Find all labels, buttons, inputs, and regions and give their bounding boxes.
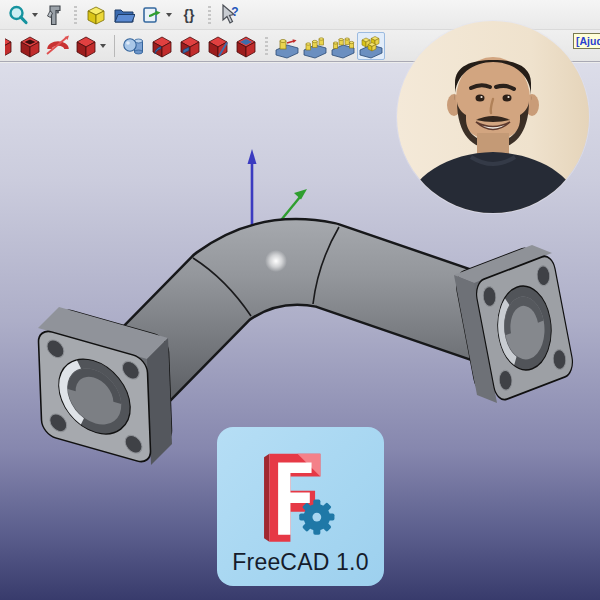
revolution-button[interactable] [44, 32, 72, 60]
toolbar-handle[interactable] [208, 6, 211, 24]
cursor-question-icon: ? [218, 3, 242, 27]
export-button[interactable] [138, 1, 166, 29]
boolean-dropdown-arrow[interactable] [100, 44, 106, 48]
export-dropdown-arrow[interactable] [166, 13, 172, 17]
revolution-icon [45, 33, 71, 59]
pocket-button[interactable] [16, 32, 44, 60]
freecad-badge: FreeCAD 1.0 [217, 427, 384, 586]
macro-button[interactable]: {} [175, 1, 203, 29]
polar-pattern-icon [330, 33, 356, 59]
magnifier-icon [7, 4, 29, 26]
zoom-tool-button[interactable] [4, 1, 32, 29]
specular-highlight [265, 250, 287, 272]
fillet-button[interactable] [148, 32, 176, 60]
export-arrow-icon [141, 4, 163, 26]
presenter-portrait [397, 21, 589, 213]
badge-label: FreeCAD 1.0 [232, 549, 368, 576]
primitives-button[interactable] [120, 32, 148, 60]
toolbar-handle[interactable] [265, 37, 268, 55]
toolbar-handle[interactable] [74, 6, 77, 24]
multitransform-button[interactable] [357, 32, 385, 60]
toolbar-separator [114, 35, 115, 57]
open-folder-button[interactable] [110, 1, 138, 29]
whats-this-button[interactable]: ? [216, 1, 244, 29]
linear-pattern-icon [302, 33, 328, 59]
zoom-dropdown-arrow[interactable] [32, 13, 38, 17]
thickness-icon [233, 33, 259, 59]
draft-icon [205, 33, 231, 59]
chamfer-button[interactable] [176, 32, 204, 60]
pipe-body [115, 227, 495, 396]
webcam-overlay [397, 21, 589, 213]
help-tooltip: [Ajuda [573, 33, 600, 49]
new-part-button[interactable] [82, 1, 110, 29]
sphere-cylinder-icon [121, 33, 147, 59]
boolean-cube-button[interactable] [72, 32, 100, 60]
yellow-part-icon [85, 4, 107, 26]
chamfer-icon [177, 33, 203, 59]
question-glyph: ? [231, 5, 238, 19]
draft-button[interactable] [204, 32, 232, 60]
braces-icon: {} [178, 4, 200, 26]
red-cube-icon [73, 33, 99, 59]
linear-pattern-button[interactable] [301, 32, 329, 60]
multitransform-icon [358, 33, 384, 59]
braces-glyph: {} [184, 7, 195, 23]
caliper-icon [44, 4, 66, 26]
thickness-button[interactable] [232, 32, 260, 60]
pocket-icon [17, 33, 43, 59]
pad-icon [4, 33, 15, 59]
folder-icon [113, 4, 135, 26]
mirrored-button[interactable] [273, 32, 301, 60]
pad-partial-button[interactable] [4, 32, 16, 60]
polar-pattern-button[interactable] [329, 32, 357, 60]
fillet-icon [149, 33, 175, 59]
right-flange [454, 245, 575, 403]
freecad-window: {} ? [0, 0, 600, 600]
measure-button[interactable] [41, 1, 69, 29]
mirrored-icon [274, 33, 300, 59]
freecad-logo [257, 440, 345, 544]
